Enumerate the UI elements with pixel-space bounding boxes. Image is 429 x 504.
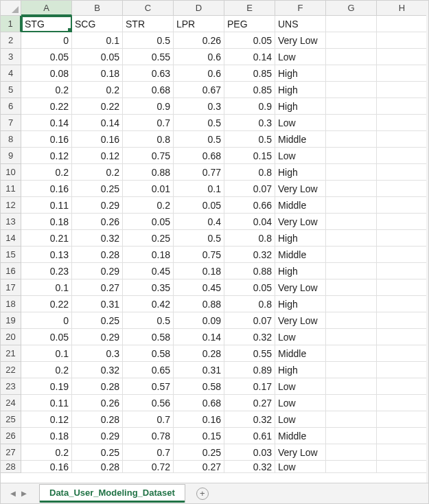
data-cell[interactable]: 0.1: [72, 32, 123, 49]
data-cell[interactable]: [326, 247, 377, 263]
data-cell[interactable]: 0.27: [72, 279, 123, 296]
data-cell[interactable]: 0.19: [21, 378, 72, 395]
column-header[interactable]: A: [21, 1, 72, 16]
data-cell[interactable]: [377, 230, 428, 247]
data-cell[interactable]: 0.77: [174, 164, 224, 181]
data-cell[interactable]: 0.8: [224, 296, 275, 312]
data-cell[interactable]: [326, 378, 377, 395]
data-cell[interactable]: 0.12: [72, 148, 123, 164]
data-cell[interactable]: 0.67: [174, 82, 224, 98]
row-header[interactable]: 22: [1, 362, 21, 378]
data-cell[interactable]: 0.42: [123, 296, 174, 312]
row-header[interactable]: 10: [1, 164, 21, 181]
data-cell[interactable]: 0.25: [72, 444, 123, 461]
row-header[interactable]: 20: [1, 329, 21, 345]
data-cell[interactable]: [377, 49, 428, 65]
column-header[interactable]: E: [224, 1, 275, 16]
data-cell[interactable]: [377, 164, 428, 181]
data-cell[interactable]: 0.2: [123, 197, 174, 214]
data-cell[interactable]: [326, 164, 377, 181]
data-cell[interactable]: 0.05: [224, 279, 275, 296]
data-cell[interactable]: 0.2: [21, 164, 72, 181]
data-cell[interactable]: Middle: [275, 131, 326, 148]
data-cell[interactable]: Very Low: [275, 279, 326, 296]
data-cell[interactable]: 0.25: [72, 181, 123, 197]
select-all-corner[interactable]: [1, 1, 21, 16]
sheet-tab-active[interactable]: Data_User_Modeling_Dataset: [39, 484, 185, 503]
data-cell[interactable]: 0.45: [123, 263, 174, 279]
data-cell[interactable]: [377, 279, 428, 296]
data-cell[interactable]: 0.6: [174, 65, 224, 82]
data-cell[interactable]: 0.05: [21, 49, 72, 65]
data-cell[interactable]: [326, 32, 377, 49]
row-header[interactable]: 15: [1, 247, 21, 263]
data-cell[interactable]: [326, 395, 377, 411]
data-cell[interactable]: High: [275, 65, 326, 82]
data-cell[interactable]: 0.5: [123, 32, 174, 49]
data-cell[interactable]: 0.7: [123, 115, 174, 131]
data-cell[interactable]: [377, 115, 428, 131]
data-cell[interactable]: 0.1: [174, 181, 224, 197]
data-cell[interactable]: [377, 131, 428, 148]
data-cell[interactable]: [377, 214, 428, 230]
row-header[interactable]: 7: [1, 115, 21, 131]
data-cell[interactable]: 0.28: [72, 378, 123, 395]
data-cell[interactable]: 0.14: [224, 49, 275, 65]
data-cell[interactable]: 0.32: [224, 461, 275, 473]
data-cell[interactable]: 0.18: [21, 214, 72, 230]
data-cell[interactable]: 0.18: [174, 263, 224, 279]
data-cell[interactable]: 0.68: [174, 395, 224, 411]
data-cell[interactable]: [377, 263, 428, 279]
data-cell[interactable]: 0.88: [174, 296, 224, 312]
header-cell[interactable]: STG: [21, 16, 72, 32]
data-cell[interactable]: 0: [21, 312, 72, 329]
data-cell[interactable]: [377, 461, 428, 473]
data-cell[interactable]: [326, 411, 377, 428]
row-header[interactable]: 28: [1, 461, 21, 473]
data-cell[interactable]: 0.03: [224, 444, 275, 461]
row-header[interactable]: 23: [1, 378, 21, 395]
row-header[interactable]: 14: [1, 230, 21, 247]
data-cell[interactable]: 0.3: [224, 115, 275, 131]
data-cell[interactable]: Middle: [275, 247, 326, 263]
data-cell[interactable]: [326, 115, 377, 131]
data-cell[interactable]: 0.21: [21, 230, 72, 247]
data-cell[interactable]: [326, 444, 377, 461]
row-header[interactable]: 21: [1, 345, 21, 362]
data-cell[interactable]: Low: [275, 411, 326, 428]
data-cell[interactable]: [377, 65, 428, 82]
header-cell[interactable]: [326, 16, 377, 32]
data-cell[interactable]: [326, 82, 377, 98]
data-cell[interactable]: 0.32: [224, 247, 275, 263]
data-cell[interactable]: [377, 312, 428, 329]
data-cell[interactable]: [377, 362, 428, 378]
data-cell[interactable]: 0.22: [21, 296, 72, 312]
row-header[interactable]: 18: [1, 296, 21, 312]
data-cell[interactable]: 0.8: [123, 131, 174, 148]
data-cell[interactable]: [377, 148, 428, 164]
spreadsheet-grid[interactable]: ABCDEFGH1STGSCGSTRLPRPEGUNS200.10.50.260…: [1, 1, 428, 473]
row-header[interactable]: 2: [1, 32, 21, 49]
data-cell[interactable]: 0.05: [174, 197, 224, 214]
column-header[interactable]: C: [123, 1, 174, 16]
data-cell[interactable]: Low: [275, 115, 326, 131]
data-cell[interactable]: 0.5: [174, 115, 224, 131]
tab-nav-next-icon[interactable]: ►: [19, 488, 30, 499]
data-cell[interactable]: 0.1: [21, 345, 72, 362]
column-header[interactable]: F: [275, 1, 326, 16]
data-cell[interactable]: 0.07: [224, 181, 275, 197]
row-header[interactable]: 5: [1, 82, 21, 98]
data-cell[interactable]: 0.61: [224, 428, 275, 444]
data-cell[interactable]: 0.32: [224, 329, 275, 345]
column-header[interactable]: D: [174, 1, 224, 16]
row-header[interactable]: 9: [1, 148, 21, 164]
data-cell[interactable]: 0.3: [72, 345, 123, 362]
data-cell[interactable]: 0.16: [72, 131, 123, 148]
row-header[interactable]: 13: [1, 214, 21, 230]
data-cell[interactable]: 0.85: [224, 82, 275, 98]
data-cell[interactable]: 0.2: [21, 362, 72, 378]
data-cell[interactable]: 0.16: [21, 131, 72, 148]
data-cell[interactable]: 0.7: [123, 411, 174, 428]
data-cell[interactable]: 0.29: [72, 197, 123, 214]
row-header[interactable]: 8: [1, 131, 21, 148]
